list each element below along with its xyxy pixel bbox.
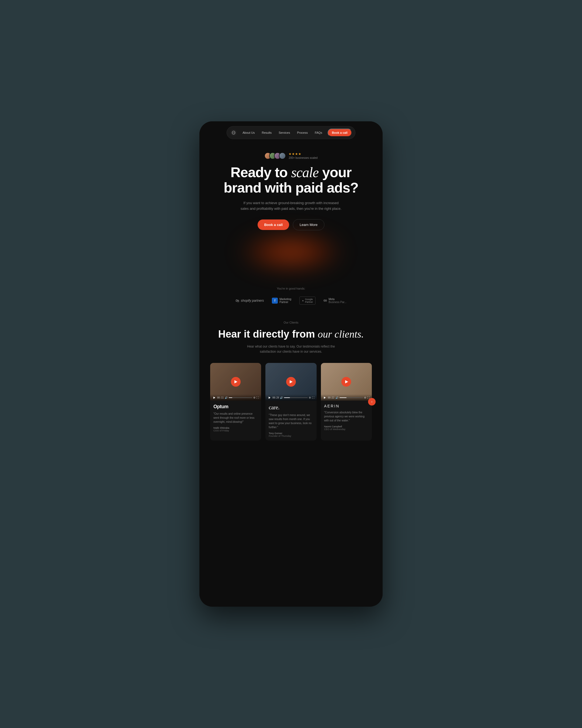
nav-inner: About Us Results Services Process FAQs B… xyxy=(227,126,355,139)
testimonial-quote-care: "These guy don't mess around, we saw res… xyxy=(269,413,313,429)
clients-subtitle: Hear what our clients have to say. Our t… xyxy=(245,344,337,354)
facebook-icon: f xyxy=(272,298,278,304)
ctrl-icons-aerin: ⚙ ⛶ xyxy=(364,396,370,399)
testimonial-quote-aerin: "Conversion absolutely blew the previous… xyxy=(324,410,368,422)
testimonial-role-aerin: CEO of Wednesday xyxy=(324,428,368,431)
video-card-body-aerin: AERIN "Conversion absolutely blew the pr… xyxy=(321,401,372,434)
video-controls-care: 00:29 🔊 ⚙ ⛶ xyxy=(266,394,316,401)
video-card-body-care: care. "These guy don't mess around, we s… xyxy=(266,401,316,441)
globe-icon xyxy=(231,130,236,135)
ctrl-progress-aerin[interactable] xyxy=(339,397,363,398)
ctrl-play-care[interactable] xyxy=(268,396,271,399)
video-card-care: 00:29 🔊 ⚙ ⛶ care. xyxy=(266,363,316,441)
page-content: About Us Results Services Process FAQs B… xyxy=(199,121,383,607)
play-button-care[interactable] xyxy=(286,377,296,387)
glow-decoration xyxy=(199,225,383,279)
video-controls-optum: 00:11 🔊 ⚙ ⛶ xyxy=(210,394,261,401)
navbar: About Us Results Services Process FAQs B… xyxy=(199,121,383,144)
play-button-optum[interactable] xyxy=(231,377,241,387)
ctrl-icons-optum: ⚙ ⛶ xyxy=(253,396,259,399)
testimonial-role-care: Founder of Thursday xyxy=(269,435,313,437)
clients-title-start: Hear it directly from xyxy=(218,329,318,340)
ctrl-sound-optum[interactable]: 🔊 xyxy=(225,396,228,399)
partners-row: 🛍 shopify partners f Marketing Partner ▲ xyxy=(210,296,372,305)
ctrl-time-optum: 00:11 xyxy=(217,397,224,399)
clients-section: Our Clients Hear it directly from our cl… xyxy=(199,315,383,451)
logo[interactable] xyxy=(230,129,237,136)
clients-title: Hear it directly from our clients. xyxy=(210,329,372,340)
ctrl-progress-fill-care xyxy=(284,397,290,398)
partners-label: You're in good hands: xyxy=(210,287,372,290)
nav-services[interactable]: Services xyxy=(276,130,293,136)
testimonial-author-aerin: Naomi Campbell xyxy=(324,425,368,428)
ctrl-time-care: 00:29 xyxy=(272,397,279,399)
testimonial-quote-optum: "Our results and online presence went th… xyxy=(213,412,258,424)
clients-tag: Our Clients xyxy=(210,321,372,324)
brand-name-care: care. xyxy=(269,404,313,411)
ctrl-icons-care: ⚙ ⛶ xyxy=(309,396,314,399)
facebook-text: Marketing Partner xyxy=(279,298,291,304)
ctrl-progress-fill-aerin xyxy=(339,397,347,398)
video-cards-container: 00:11 🔊 ⚙ ⛶ Optum xyxy=(210,363,372,441)
ctrl-progress-care[interactable] xyxy=(284,397,307,398)
brand-name-aerin: AERIN xyxy=(324,404,368,408)
nav-results[interactable]: Results xyxy=(259,130,275,136)
meta-partner-logo: ∞ Meta Business Par... xyxy=(324,298,347,304)
facebook-partner-logo: f Marketing Partner xyxy=(272,298,291,304)
social-proof: ★★★★ 200+ businesses scaled xyxy=(216,152,366,159)
proof-text: ★★★★ 200+ businesses scaled xyxy=(288,152,317,159)
video-controls-aerin: 00:22 🔊 ⚙ ⛶ xyxy=(321,394,372,401)
hero-title: Ready to scale your brand with paid ads? xyxy=(216,165,366,196)
testimonial-role-optum: COO of Friday xyxy=(213,429,258,432)
carousel-next-button[interactable]: › xyxy=(368,398,376,406)
ctrl-progress-optum[interactable] xyxy=(229,397,252,398)
nav-about[interactable]: About Us xyxy=(240,130,257,136)
ctrl-progress-fill-optum xyxy=(229,397,232,398)
hero-book-call-button[interactable]: Book a call xyxy=(257,219,289,230)
nav-process[interactable]: Process xyxy=(294,130,310,136)
star-rating: ★★★★ xyxy=(288,152,302,156)
ctrl-sound-aerin[interactable]: 🔊 xyxy=(335,396,338,399)
video-thumbnail-care: 00:29 🔊 ⚙ ⛶ xyxy=(266,363,316,401)
ctrl-play-aerin[interactable] xyxy=(323,396,327,399)
hero-section: ★★★★ 200+ businesses scaled Ready to sca… xyxy=(199,144,383,230)
hero-subtitle: If you want to achieve ground-breaking g… xyxy=(240,200,342,212)
hero-title-start: Ready to xyxy=(230,164,291,180)
hero-learn-more-button[interactable]: Learn More xyxy=(293,219,324,230)
video-card-body-optum: Optum "Our results and online presence w… xyxy=(210,401,261,435)
google-partner-logo: ▲ Google Partner xyxy=(299,296,315,305)
nav-book-call-button[interactable]: Book a call xyxy=(328,129,352,137)
brand-name-optum: Optum xyxy=(213,404,258,410)
meta-text: Meta Business Par... xyxy=(329,298,347,304)
ctrl-play-optum[interactable] xyxy=(212,396,216,399)
play-button-aerin[interactable] xyxy=(341,377,351,387)
shopify-text: shopify partners xyxy=(241,299,264,303)
device-frame: About Us Results Services Process FAQs B… xyxy=(199,121,383,607)
partners-section: You're in good hands: 🛍 shopify partners… xyxy=(199,279,383,315)
video-thumbnail-optum: 00:11 🔊 ⚙ ⛶ xyxy=(210,363,261,401)
shopify-bag-icon: 🛍 xyxy=(235,298,239,303)
video-card-optum: 00:11 🔊 ⚙ ⛶ Optum xyxy=(210,363,261,441)
avatar xyxy=(279,152,286,159)
ctrl-sound-care[interactable]: 🔊 xyxy=(280,396,283,399)
testimonial-author-optum: Malik Shkiraba xyxy=(213,426,258,429)
video-card-aerin: 00:22 🔊 ⚙ ⛶ AERIN xyxy=(321,363,372,441)
ctrl-time-aerin: 00:22 xyxy=(328,397,334,399)
hero-buttons: Book a call Learn More xyxy=(216,219,366,230)
clients-title-italic: our clients. xyxy=(318,329,364,340)
shopify-partner-logo: 🛍 shopify partners xyxy=(235,298,264,303)
nav-faqs[interactable]: FAQs xyxy=(312,130,325,136)
hero-title-italic: scale xyxy=(291,165,319,180)
google-icon: ▲ xyxy=(302,299,304,302)
video-thumbnail-aerin: 00:22 🔊 ⚙ ⛶ xyxy=(321,363,372,401)
meta-icon: ∞ xyxy=(324,298,327,303)
proof-label: 200+ businesses scaled xyxy=(288,156,317,159)
testimonial-author-care: Tony Gomez xyxy=(269,432,313,435)
google-text: Google Partner xyxy=(305,298,313,303)
glow-effect xyxy=(237,232,345,272)
avatar-group xyxy=(264,152,286,159)
